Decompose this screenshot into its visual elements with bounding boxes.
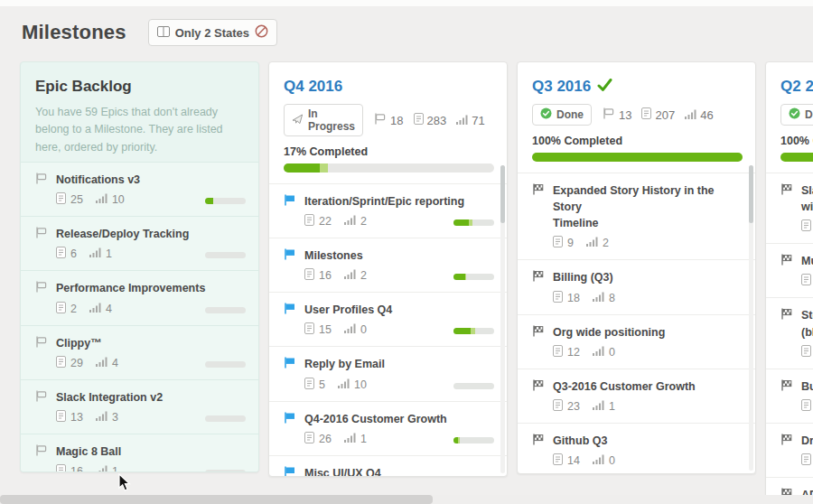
epic-card[interactable]: Q4-2016 Customer Growth261 bbox=[269, 402, 507, 456]
epic-stories-count: 2 bbox=[70, 303, 77, 315]
points-icon bbox=[593, 454, 604, 467]
columns-icon bbox=[157, 26, 170, 40]
stories-icon bbox=[304, 268, 314, 283]
epic-points-count: 8 bbox=[609, 292, 615, 304]
epic-stories-count: 14 bbox=[567, 454, 580, 467]
column-scrollbar-thumb[interactable] bbox=[749, 165, 753, 223]
flag-checkered-icon bbox=[532, 378, 545, 395]
points-icon bbox=[456, 114, 468, 127]
epic-title: Expanded Story History in the Story Time… bbox=[553, 182, 743, 231]
stories-icon bbox=[553, 236, 563, 250]
milestone-title-text: Q3 2016 bbox=[532, 78, 591, 96]
horizontal-scrollbar-track[interactable] bbox=[0, 495, 813, 504]
epic-list: Slack with8Mult32Story (bloc8Bulk5Drip8A… bbox=[766, 173, 813, 495]
filter-button-label: Only 2 States bbox=[175, 26, 249, 40]
epic-card[interactable]: Notifications v32510 bbox=[21, 163, 258, 217]
epic-card[interactable]: Story (bloc8 bbox=[766, 298, 813, 369]
points-icon bbox=[593, 400, 604, 413]
flag-outline-icon bbox=[603, 107, 615, 122]
epic-card[interactable]: Misc UI/UX Q4281 bbox=[269, 456, 507, 477]
epic-card[interactable]: Q3-2016 Customer Growth231 bbox=[518, 369, 755, 424]
epic-points-count: 1 bbox=[609, 400, 615, 413]
completed-label: 100% Completed bbox=[780, 135, 813, 147]
flag-solid-icon bbox=[284, 247, 296, 264]
points-icon bbox=[96, 193, 107, 206]
epic-points-count: 1 bbox=[112, 465, 118, 472]
flag-checkered-icon bbox=[532, 433, 545, 449]
epic-stories-count: 13 bbox=[70, 411, 83, 424]
column-scrollbar-thumb[interactable] bbox=[500, 165, 505, 223]
flag-checkered-icon bbox=[780, 182, 793, 199]
column-q3-2016: Q3 2016Done1320746100% CompletedExpanded… bbox=[517, 61, 756, 474]
epic-card[interactable]: Release/Deploy Tracking61 bbox=[21, 217, 258, 271]
in-progress-icon bbox=[292, 114, 304, 127]
top-strip bbox=[0, 0, 813, 7]
state-badge-label: Done bbox=[805, 108, 813, 121]
column-epic-backlog: Epic BacklogYou have 59 Epics that don't… bbox=[20, 61, 259, 472]
flag-checkered-icon bbox=[780, 433, 793, 449]
points-icon bbox=[344, 269, 356, 282]
points-icon bbox=[344, 433, 356, 445]
epic-points-count: 0 bbox=[609, 454, 615, 467]
epic-card[interactable]: User Profiles Q4150 bbox=[269, 293, 507, 347]
points-icon bbox=[96, 465, 107, 472]
epic-stories-count: 26 bbox=[319, 433, 332, 445]
epic-card[interactable]: Slack Integration v2133 bbox=[21, 380, 258, 434]
epic-title: User Profiles Q4 bbox=[304, 302, 392, 318]
epic-points-count: 10 bbox=[354, 378, 367, 391]
column-scrollbar-track[interactable] bbox=[749, 165, 753, 471]
epic-card[interactable]: Reply by Email510 bbox=[269, 347, 507, 401]
stories-icon bbox=[56, 410, 66, 425]
epic-card[interactable]: Github Q3140 bbox=[518, 424, 755, 474]
epics-count: 13 bbox=[603, 107, 631, 122]
epic-stories-count: 6 bbox=[70, 247, 77, 260]
epic-title: Bulk bbox=[801, 378, 813, 395]
epic-list: Expanded Story History in the Story Time… bbox=[518, 173, 755, 474]
flag-solid-icon bbox=[284, 302, 296, 318]
epic-card[interactable]: Org wide positioning120 bbox=[518, 315, 755, 369]
epic-card[interactable]: Performance Improvements24 bbox=[21, 271, 258, 325]
horizontal-scrollbar-thumb[interactable] bbox=[0, 495, 433, 504]
epic-card[interactable]: Iteration/Sprint/Epic reporting222 bbox=[269, 184, 507, 238]
epic-card[interactable]: Bulk5 bbox=[766, 369, 813, 424]
epic-title: API bbox=[801, 487, 813, 495]
only-2-states-button[interactable]: Only 2 States bbox=[148, 19, 277, 46]
column-scrollbar-track[interactable] bbox=[500, 165, 505, 473]
points-icon bbox=[586, 237, 598, 249]
epic-card[interactable]: Magic 8 Ball161 bbox=[21, 434, 258, 472]
epic-progress-bar bbox=[205, 198, 246, 204]
flag-outline-icon bbox=[35, 280, 48, 296]
epic-card[interactable]: Drip8 bbox=[766, 424, 813, 478]
epic-stories-count: 15 bbox=[319, 323, 332, 336]
points-icon bbox=[593, 292, 604, 304]
epic-card[interactable]: Clippy™294 bbox=[21, 326, 258, 380]
points-icon bbox=[96, 357, 107, 369]
epic-card[interactable]: Mult32 bbox=[766, 244, 813, 298]
epic-title: Github Q3 bbox=[553, 433, 607, 449]
epic-stories-count: 16 bbox=[319, 269, 332, 282]
stories-icon bbox=[801, 345, 811, 359]
column-q2-2016: Q2 2016Done100% CompletedSlack with8Mult… bbox=[765, 61, 813, 495]
column-q4-2016: Q4 2016In Progress182837117% CompletedIt… bbox=[268, 61, 508, 477]
flag-outline-icon bbox=[35, 443, 48, 460]
state-badge-label: In Progress bbox=[308, 107, 355, 133]
epic-title: Slack with bbox=[801, 182, 813, 215]
epic-card[interactable]: Billing (Q3)188 bbox=[518, 260, 755, 314]
epic-card[interactable]: API25 bbox=[766, 478, 813, 495]
flag-checkered-icon bbox=[780, 378, 793, 395]
epic-progress-bar bbox=[453, 328, 494, 334]
epic-title: Mult bbox=[801, 253, 813, 269]
epic-card[interactable]: Expanded Story History in the Story Time… bbox=[518, 173, 755, 260]
column-description: You have 59 Epics that don't already bel… bbox=[35, 104, 246, 156]
epic-card[interactable]: Slack with8 bbox=[766, 173, 813, 244]
epic-title: Q4-2016 Customer Growth bbox=[304, 411, 447, 427]
milestone-title[interactable]: Q4 2016 bbox=[284, 78, 494, 96]
stories-icon bbox=[56, 464, 66, 472]
epic-points-count: 4 bbox=[112, 357, 118, 369]
epic-stories-count: 16 bbox=[70, 465, 83, 472]
epic-points-count: 4 bbox=[106, 303, 112, 315]
milestone-title[interactable]: Q3 2016 bbox=[532, 78, 743, 96]
epic-card[interactable]: Milestones162 bbox=[269, 238, 507, 293]
milestone-title[interactable]: Q2 2016 bbox=[780, 78, 813, 96]
points-icon bbox=[344, 323, 356, 336]
